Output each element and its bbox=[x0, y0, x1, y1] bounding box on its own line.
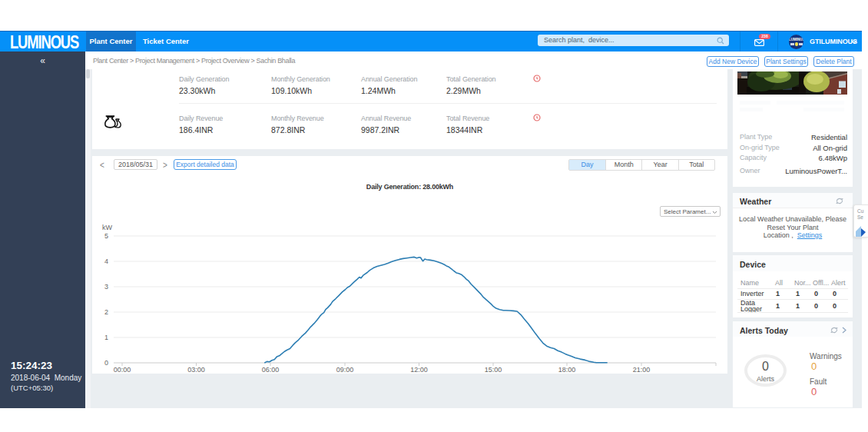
svg-text:12:00: 12:00 bbox=[410, 366, 428, 374]
svg-text:18:00: 18:00 bbox=[558, 366, 576, 374]
svg-text:2: 2 bbox=[104, 308, 108, 316]
svg-text:00:00: 00:00 bbox=[114, 366, 131, 374]
svg-text:1: 1 bbox=[104, 334, 108, 341]
svg-text:03:00: 03:00 bbox=[187, 366, 205, 374]
svg-text:kW: kW bbox=[102, 224, 113, 231]
svg-text:5: 5 bbox=[104, 232, 108, 240]
svg-text:15:00: 15:00 bbox=[485, 366, 502, 374]
svg-text:4: 4 bbox=[104, 258, 108, 265]
svg-text:21:00: 21:00 bbox=[633, 366, 651, 374]
svg-text:3: 3 bbox=[104, 283, 108, 291]
svg-text:0: 0 bbox=[104, 359, 108, 367]
svg-text:06:00: 06:00 bbox=[262, 366, 280, 374]
svg-text:09:00: 09:00 bbox=[336, 366, 354, 374]
